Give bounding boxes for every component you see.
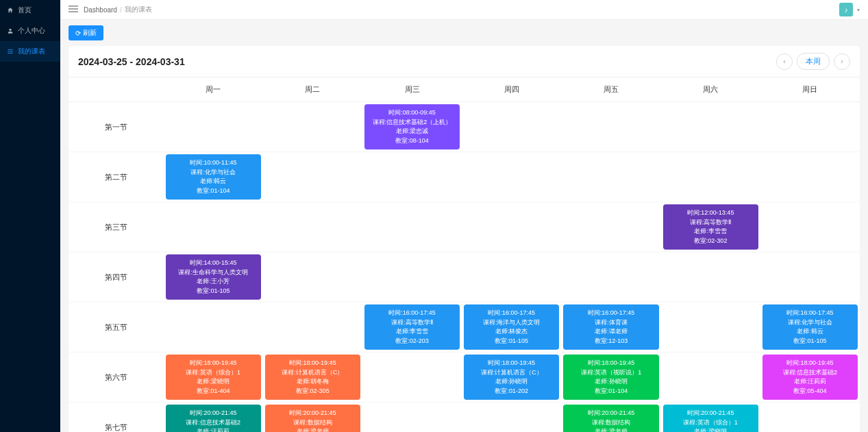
- course-block[interactable]: 时间:18:00-19:45课程:计算机语言（C）老师:胡冬梅教室:02-305: [265, 355, 360, 400]
- course-block[interactable]: 时间:18:00-19:45课程:英语（综合）1老师:梁晓明教室:01-404: [166, 355, 261, 400]
- course-room: 教室:02-305: [268, 387, 358, 396]
- course-name: 课程:化学与社会: [169, 168, 258, 178]
- schedule-table: 周一周二周三周四周五周六周日 第一节时间:08:00-09:45课程:信息技术基…: [69, 77, 860, 432]
- course-teacher: 老师:梁晓明: [666, 427, 756, 432]
- schedule-cell: [561, 252, 660, 302]
- schedule-cell: [462, 252, 561, 302]
- sidebar-item-label: 我的课表: [18, 47, 45, 56]
- course-teacher: 老师:汪莉莉: [765, 377, 855, 387]
- schedule-cell: [462, 202, 561, 252]
- day-header: 周日: [760, 77, 860, 102]
- user-icon: [7, 27, 14, 34]
- course-room: 教室:01-105: [765, 337, 855, 346]
- course-block[interactable]: 时间:16:00-17:45课程:高等数学Ⅱ老师:李雪雪教室:02-203: [364, 304, 460, 350]
- course-room: 教室:12-103: [566, 337, 656, 346]
- schedule-cell: 时间:14:00-15:45课程:生命科学与人类文明老师:王小芳教室:01-10…: [164, 252, 263, 302]
- course-time: 时间:20:00-21:45: [169, 409, 258, 418]
- svg-rect-5: [69, 8, 78, 9]
- period-label: 第二节: [69, 152, 164, 202]
- schedule-cell: [561, 152, 660, 202]
- course-block[interactable]: 时间:20:00-21:45课程:信息技术基础2老师:汪莉莉教室:02-404: [166, 405, 261, 432]
- course-block[interactable]: 时间:18:00-19:45课程:英语（视听说）1老师:孙晓明教室:01-104: [563, 355, 658, 400]
- refresh-icon: ⟳: [75, 29, 81, 37]
- sidebar-item-label: 个人中心: [18, 26, 45, 36]
- course-block[interactable]: 时间:16:00-17:45课程:海洋与人类文明老师:林俊杰教室:01-105: [464, 304, 559, 350]
- course-block[interactable]: 时间:18:00-19:45课程:信息技术基础2老师:汪莉莉教室:05-404: [762, 355, 858, 400]
- breadcrumb-sep: /: [120, 6, 122, 14]
- course-time: 时间:16:00-17:45: [367, 309, 457, 318]
- refresh-button[interactable]: ⟳ 刷新: [69, 25, 103, 40]
- course-teacher: 老师:胡冬梅: [268, 377, 358, 387]
- next-week-button[interactable]: ›: [834, 53, 850, 70]
- course-room: 教室:01-104: [566, 387, 656, 396]
- day-header: 周四: [462, 77, 561, 102]
- chevron-down-icon[interactable]: ▾: [857, 7, 860, 13]
- table-row: 第七节时间:20:00-21:45课程:信息技术基础2老师:汪莉莉教室:02-4…: [69, 403, 860, 433]
- schedule-cell: [561, 102, 660, 152]
- this-week-button[interactable]: 本周: [797, 53, 830, 70]
- course-block[interactable]: 时间:08:00-09:45课程:信息技术基础2（上机）老师:梁忠诚教室:08-…: [364, 104, 460, 149]
- course-room: 教室:01-105: [467, 337, 556, 346]
- prev-week-button[interactable]: ‹: [776, 53, 793, 70]
- schedule-cell: [362, 352, 462, 403]
- breadcrumb-root[interactable]: Dashboard: [84, 6, 117, 14]
- svg-rect-4: [69, 5, 78, 6]
- schedule-cell: [661, 152, 760, 202]
- table-row: 第六节时间:18:00-19:45课程:英语（综合）1老师:梁晓明教室:01-4…: [69, 352, 860, 403]
- course-block[interactable]: 时间:20:00-21:45课程:数据结构老师:梁老师教室:04-303: [563, 405, 658, 432]
- course-room: 教室:01-404: [169, 387, 258, 396]
- course-block[interactable]: 时间:16:00-17:45课程:化学与社会老师:韩云教室:01-105: [762, 304, 858, 350]
- course-time: 时间:20:00-21:45: [268, 409, 358, 418]
- course-time: 时间:18:00-19:45: [169, 359, 258, 368]
- course-block[interactable]: 时间:20:00-21:45课程:数据结构老师:梁老师教室:03-303: [265, 405, 360, 432]
- sidebar-item-label: 首页: [18, 5, 32, 15]
- course-teacher: 老师:孙晓明: [566, 377, 656, 387]
- course-name: 课程:英语（综合）1: [169, 368, 258, 378]
- sidebar-item-0[interactable]: 首页: [0, 0, 60, 21]
- course-block[interactable]: 时间:16:00-17:45课程:体育课老师:谭老师教室:12-103: [563, 304, 658, 350]
- course-name: 课程:数据结构: [268, 418, 358, 428]
- sidebar-item-1[interactable]: 个人中心: [0, 21, 60, 41]
- course-time: 时间:16:00-17:45: [566, 309, 656, 318]
- avatar[interactable]: ♪: [839, 3, 853, 16]
- course-teacher: 老师:李雪雪: [666, 227, 756, 237]
- schedule-cell: [263, 302, 362, 352]
- schedule-cell: [263, 252, 362, 302]
- course-block[interactable]: 时间:10:00-11:45课程:化学与社会老师:韩云教室:01-104: [166, 154, 261, 200]
- schedule-cell: [661, 302, 760, 352]
- date-range: 2024-03-25 - 2024-03-31: [78, 56, 185, 67]
- course-name: 课程:信息技术基础2（上机）: [367, 118, 457, 128]
- svg-rect-6: [69, 12, 78, 12]
- day-header: 周六: [661, 77, 760, 102]
- course-teacher: 老师:孙晓明: [467, 377, 556, 387]
- course-block[interactable]: 时间:12:00-13:45课程:高等数学Ⅱ老师:李雪雪教室:02-302: [663, 204, 758, 250]
- table-row: 第五节时间:16:00-17:45课程:高等数学Ⅱ老师:李雪雪教室:02-203…: [69, 302, 860, 352]
- sidebar-item-2[interactable]: 我的课表: [0, 41, 60, 62]
- schedule-cell: [263, 102, 362, 152]
- table-row: 第三节时间:12:00-13:45课程:高等数学Ⅱ老师:李雪雪教室:02-302: [69, 202, 860, 252]
- schedule-card: 2024-03-25 - 2024-03-31 ‹ 本周 › 周一周二周三周四周…: [69, 46, 860, 432]
- course-block[interactable]: 时间:14:00-15:45课程:生命科学与人类文明老师:王小芳教室:01-10…: [166, 254, 261, 300]
- breadcrumb: Dashboard / 我的课表: [84, 5, 152, 14]
- list-icon: [7, 48, 14, 55]
- main-area: Dashboard / 我的课表 ♪ ▾ ⟳ 刷新 2024-03-25 - 2…: [60, 0, 868, 432]
- course-time: 时间:18:00-19:45: [765, 359, 855, 368]
- course-name: 课程:数据结构: [566, 418, 656, 428]
- schedule-cell: 时间:20:00-21:45课程:数据结构老师:梁老师教室:04-303: [561, 403, 660, 433]
- schedule-cell: [661, 252, 760, 302]
- schedule-cell: [164, 102, 263, 152]
- schedule-cell: 时间:16:00-17:45课程:化学与社会老师:韩云教室:01-105: [760, 302, 860, 352]
- course-block[interactable]: 时间:20:00-21:45课程:英语（综合）1老师:梁晓明教室:04-202: [663, 405, 758, 432]
- period-label: 第四节: [69, 252, 164, 302]
- course-teacher: 老师:梁忠诚: [367, 127, 457, 136]
- schedule-cell: [164, 202, 263, 252]
- svg-rect-2: [8, 51, 13, 52]
- schedule-cell: [462, 152, 561, 202]
- course-block[interactable]: 时间:18:00-19:45课程:计算机语言（C）老师:孙晓明教室:01-202: [464, 355, 559, 400]
- course-teacher: 老师:谭老师: [566, 327, 656, 337]
- schedule-cell: [561, 202, 660, 252]
- day-header: 周一: [164, 77, 263, 102]
- course-teacher: 老师:李雪雪: [367, 327, 457, 337]
- period-label: 第五节: [69, 302, 164, 352]
- hamburger-icon[interactable]: [69, 4, 78, 15]
